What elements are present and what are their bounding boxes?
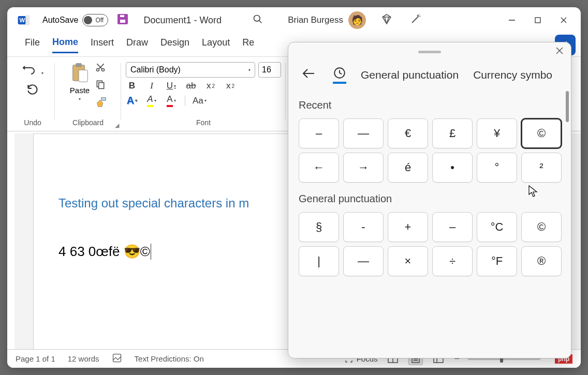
text-predictions[interactable]: Text Predictions: On [135, 354, 204, 363]
symbol-multiply[interactable]: × [388, 246, 428, 276]
svg-line-7 [259, 21, 262, 23]
tab-references-partial[interactable]: Re [242, 37, 254, 52]
symbol-hyphen[interactable]: - [343, 212, 384, 242]
undo-button[interactable]: ▾ [22, 64, 43, 78]
font-color-button[interactable]: A ▾ [165, 94, 178, 107]
tab-general-punctuation[interactable]: General punctuation [361, 69, 459, 81]
document-title[interactable]: Document1 - Word [143, 15, 222, 26]
tab-home[interactable]: Home [52, 37, 78, 53]
accessibility-icon[interactable] [112, 353, 122, 365]
symbol-body: Recent – — € £ ¥ © ← → é • ° ² General p… [288, 89, 571, 358]
drag-handle[interactable] [418, 51, 441, 53]
redo-button[interactable] [26, 83, 39, 99]
general-grid: § - + – °C © | — × ÷ °F ® [299, 212, 561, 276]
undo-label: Undo [24, 117, 41, 128]
symbol-superscript-2[interactable]: ² [521, 153, 562, 183]
body-text[interactable]: 4 63 0œfë 😎© [58, 244, 277, 260]
tab-design[interactable]: Design [160, 37, 189, 52]
symbol-en-dash[interactable]: – [299, 118, 339, 148]
svg-rect-4 [120, 14, 125, 18]
symbol-pipe[interactable]: | [299, 246, 339, 276]
search-icon[interactable] [253, 14, 263, 26]
symbol-bullet[interactable]: • [432, 153, 473, 183]
symbol-minus[interactable]: – [432, 212, 473, 242]
bold-button[interactable]: B [126, 81, 138, 91]
superscript-button[interactable]: x2 [224, 81, 237, 91]
magic-icon[interactable] [407, 13, 424, 27]
autosave-state: Off [95, 17, 104, 24]
symbol-arrow-left[interactable]: ← [299, 153, 339, 183]
tab-layout[interactable]: Layout [202, 37, 230, 52]
symbol-euro[interactable]: € [388, 118, 428, 148]
symbol-divide[interactable]: ÷ [432, 246, 473, 276]
symbol-fahrenheit[interactable]: °F [477, 246, 517, 276]
svg-point-6 [254, 16, 260, 22]
tab-draw[interactable]: Draw [126, 37, 148, 52]
copy-button[interactable] [95, 79, 107, 92]
general-heading: General punctuation [299, 193, 561, 205]
close-button[interactable] [551, 10, 577, 31]
symbol-celsius[interactable]: °C [477, 212, 517, 242]
italic-button[interactable]: I [145, 81, 158, 91]
subscript-button[interactable]: x2 [204, 81, 217, 91]
symbol-titlebar[interactable] [288, 42, 571, 61]
autosave-control[interactable]: AutoSave Off [42, 14, 108, 26]
save-icon[interactable] [116, 13, 129, 27]
back-icon[interactable] [299, 65, 318, 85]
symbol-em-dash-2[interactable]: — [343, 246, 384, 276]
scrollbar[interactable] [566, 91, 569, 122]
recent-heading: Recent [299, 99, 561, 111]
format-painter-button[interactable] [95, 96, 107, 110]
symbol-plus[interactable]: + [388, 212, 428, 242]
symbol-yen[interactable]: ¥ [477, 118, 517, 148]
title-extras [378, 13, 424, 27]
svg-rect-14 [79, 70, 87, 82]
svg-rect-20 [99, 83, 104, 89]
svg-rect-21 [101, 98, 106, 101]
svg-rect-9 [535, 18, 540, 23]
autosave-toggle[interactable]: Off [82, 14, 108, 26]
paste-label: Paste [70, 86, 90, 95]
symbol-copyright-2[interactable]: © [521, 212, 562, 242]
symbol-degree[interactable]: ° [477, 153, 517, 183]
tab-file[interactable]: File [25, 37, 40, 52]
symbol-pound[interactable]: £ [432, 118, 473, 148]
font-label: Font [196, 117, 211, 128]
svg-rect-5 [120, 19, 126, 23]
recent-tab-icon[interactable] [333, 66, 346, 84]
paste-button[interactable]: Paste ▾ [69, 62, 90, 101]
diamond-icon[interactable] [378, 13, 395, 27]
svg-text:W: W [19, 17, 25, 23]
symbol-em-dash[interactable]: — [343, 118, 384, 148]
maximize-button[interactable] [525, 10, 551, 31]
text-effects-button[interactable]: A ▾ [126, 95, 138, 107]
symbol-tabs: General punctuation Currency symbo [288, 61, 571, 89]
font-name-select[interactable]: Calibri (Body)▾ [126, 62, 255, 78]
close-icon[interactable] [555, 47, 564, 57]
avatar[interactable]: 🧑 [348, 11, 366, 29]
user-name[interactable]: Brian Burgess [288, 15, 343, 25]
window-controls [499, 10, 577, 31]
highlight-button[interactable]: A ▾ [145, 94, 158, 107]
font-size-select[interactable]: 16 [258, 62, 281, 78]
minimize-button[interactable] [499, 10, 525, 31]
underline-button[interactable]: U ▾ [165, 81, 178, 91]
symbol-arrow-right[interactable]: → [343, 153, 384, 183]
clipboard-label: Clipboard ◢ [72, 117, 104, 128]
cut-button[interactable] [95, 62, 107, 75]
recent-grid: – — € £ ¥ © ← → é • ° ² [299, 118, 561, 183]
symbol-panel: General punctuation Currency symbo Recen… [288, 42, 571, 358]
page[interactable]: Testing out special characters in m 4 63… [33, 133, 302, 351]
tab-insert[interactable]: Insert [91, 37, 114, 52]
change-case-button[interactable]: Aa▾ [193, 96, 207, 106]
symbol-registered[interactable]: ® [521, 246, 562, 276]
heading-text[interactable]: Testing out special characters in m [58, 196, 277, 211]
strike-button[interactable]: ab [185, 81, 197, 91]
symbol-section[interactable]: § [299, 212, 339, 242]
clipboard-group: Paste ▾ Clipboard ◢ [57, 60, 119, 130]
tab-currency-symbols[interactable]: Currency symbo [473, 69, 552, 81]
symbol-e-acute[interactable]: é [388, 153, 428, 183]
symbol-copyright[interactable]: © [521, 118, 562, 148]
page-count[interactable]: Page 1 of 1 [16, 354, 55, 363]
word-count[interactable]: 12 words [68, 354, 99, 363]
